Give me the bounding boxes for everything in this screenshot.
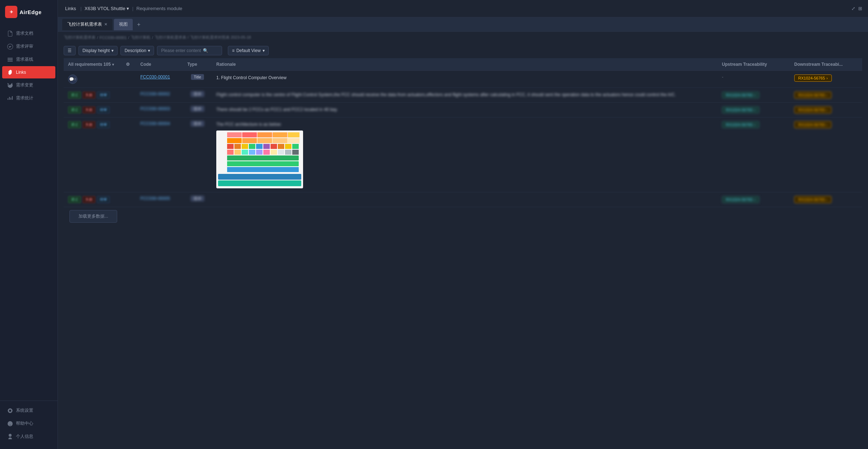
table-row: 💬 0 FCC030-00001 Title 1. Flight Control…: [64, 71, 862, 88]
load-more-button[interactable]: 加载更多数据...: [69, 210, 117, 223]
sidebar-nav: 需求文档 需求评审 需求基线 Links 需求变更 需求统计: [0, 24, 58, 401]
chevron-down-icon: ▾: [127, 6, 129, 11]
downstream-badge[interactable]: RX1024-56765 ›: [794, 74, 832, 82]
default-view-label: Default View: [236, 48, 260, 53]
status-badge-red: 失败: [82, 106, 95, 114]
type-cell: 需求: [183, 103, 212, 117]
breadcrumb-sep: /: [152, 35, 153, 40]
settings-icon: [7, 408, 13, 414]
sidebar-bottom: 系统设置 帮助中心 个人信息: [0, 401, 58, 449]
sidebar-item-baseline[interactable]: 需求基线: [2, 53, 55, 66]
rationale-text: 1. Flight Control Computer Overview: [216, 75, 286, 80]
tab-view[interactable]: 视图: [114, 19, 133, 30]
sidebar-item-change[interactable]: 需求变更: [2, 79, 55, 91]
expand-icon[interactable]: ⤢: [851, 6, 855, 11]
status-badge-blue: 待审: [97, 106, 110, 114]
tab-label: 飞控计算机需求表: [67, 21, 102, 27]
col-header-rationale: Rationale: [212, 58, 718, 71]
sidebar-item-stats[interactable]: 需求统计: [2, 92, 55, 104]
rationale-text: The FCC architecture is as below:: [216, 122, 282, 127]
code-cell: FCC030-00001: [136, 71, 183, 88]
svg-rect-10: [258, 138, 272, 143]
list-view-button[interactable]: ☰: [64, 46, 76, 55]
svg-rect-23: [227, 150, 234, 155]
sidebar-item-label: 需求统计: [16, 95, 33, 101]
topbar-links[interactable]: Links: [64, 6, 77, 11]
display-height-button[interactable]: Display height ▾: [78, 46, 118, 55]
requirement-code: FCC030-00002: [140, 91, 170, 97]
upstream-dash: -: [722, 74, 723, 80]
topbar-sep1: |: [80, 6, 81, 11]
sidebar-item-documents[interactable]: 需求文档: [2, 27, 55, 40]
col-header-selector: All requirements 105 ▾: [64, 58, 122, 71]
row-selector-cell: 💬 0: [64, 71, 122, 88]
tabbar: 飞控计算机需求表 ✕ 视图 +: [58, 17, 868, 32]
sidebar-item-profile[interactable]: 个人信息: [2, 430, 55, 443]
sidebar-item-links[interactable]: Links: [2, 66, 55, 78]
type-badge: 需求: [191, 91, 204, 97]
status-badge-green: 通过: [68, 196, 81, 203]
upstream-cell: RX1024-56765 ›: [718, 192, 790, 207]
breadcrumb-sep: /: [128, 35, 129, 40]
downstream-badge-blurred: RX1024-56765 ›: [794, 196, 831, 203]
upstream-badge-blurred: RX1024-56765 ›: [722, 91, 760, 99]
status-badge-blue: 待审: [97, 121, 110, 128]
logo-text: AirEdge: [20, 9, 42, 15]
upstream-badge-blurred: RX1024-56765 ›: [722, 106, 760, 114]
table-container: All requirements 105 ▾ ⚙ Code Type Ra: [58, 58, 868, 449]
sidebar: ✈ AirEdge 需求文档 需求评审 需求基线 Links 需求变更 需求统计: [0, 0, 58, 449]
all-requirements-filter[interactable]: All requirements 105 ▾: [68, 62, 117, 67]
col-header-type: Type: [183, 58, 212, 71]
default-view-button[interactable]: ≡ Default View ▾: [228, 46, 268, 55]
type-badge: Title: [191, 74, 204, 80]
rationale-cell: [212, 192, 718, 207]
tab-close-icon[interactable]: ✕: [104, 22, 107, 27]
comment-icon: 💬: [69, 77, 74, 82]
svg-rect-8: [227, 138, 242, 143]
svg-rect-9: [242, 138, 257, 143]
downstream-badge-blurred: RX1024-56765 ›: [794, 91, 831, 99]
rationale-cell: Flight control computer is the centre of…: [212, 88, 718, 103]
user-icon: [7, 434, 13, 440]
review-icon: [7, 44, 13, 50]
svg-rect-32: [292, 150, 299, 155]
load-more-section: 加载更多数据...: [64, 207, 862, 228]
status-badge-red: 失败: [82, 196, 95, 203]
tab-label: 视图: [119, 21, 128, 27]
sidebar-item-help[interactable]: 帮助中心: [2, 417, 55, 430]
type-cell: 需求: [183, 117, 212, 192]
requirement-code-link[interactable]: FCC030-00001: [140, 74, 170, 80]
svg-rect-2: [227, 132, 242, 137]
svg-rect-15: [242, 144, 248, 149]
upstream-cell: -: [718, 71, 790, 88]
tab-requirements[interactable]: 飞控计算机需求表 ✕: [62, 19, 112, 30]
code-cell: FCC030-00004: [136, 117, 183, 192]
change-icon: [7, 82, 13, 88]
svg-rect-3: [242, 132, 257, 137]
search-placeholder: Please enter content: [161, 48, 201, 53]
sidebar-item-label: 需求变更: [16, 82, 33, 88]
breadcrumb-sep: /: [97, 35, 98, 40]
tab-add-button[interactable]: +: [134, 20, 143, 29]
downstream-cell: RX1024-56765 ›: [790, 71, 862, 88]
svg-rect-13: [227, 144, 234, 149]
sidebar-item-review[interactable]: 需求评审: [2, 40, 55, 53]
comment-button[interactable]: 💬 0: [68, 74, 77, 84]
sidebar-item-settings[interactable]: 系统设置: [2, 404, 55, 417]
topbar-module-dropdown[interactable]: X63B VTOL Shuttle ▾: [85, 6, 129, 11]
stats-icon: [7, 95, 13, 101]
table-row: 通过 失败 待审 FCC030-00003 需求 There should be…: [64, 103, 862, 117]
col-header-settings[interactable]: ⚙: [122, 58, 136, 71]
svg-rect-25: [242, 150, 248, 155]
chevron-down-icon: ▾: [112, 63, 114, 67]
svg-rect-17: [256, 144, 263, 149]
svg-rect-30: [278, 150, 284, 155]
search-box[interactable]: Please enter content 🔍: [157, 46, 222, 55]
breadcrumb-item: 飞控计算机: [131, 35, 150, 40]
description-label: Description: [124, 48, 146, 53]
requirement-code: FCC030-00005: [140, 196, 170, 201]
col-header-upstream: Upstream Traceability: [718, 58, 790, 71]
description-button[interactable]: Description ▾: [120, 46, 154, 55]
rationale-text: Flight control computer is the centre of…: [216, 92, 676, 97]
grid-icon[interactable]: ⊞: [858, 6, 862, 11]
